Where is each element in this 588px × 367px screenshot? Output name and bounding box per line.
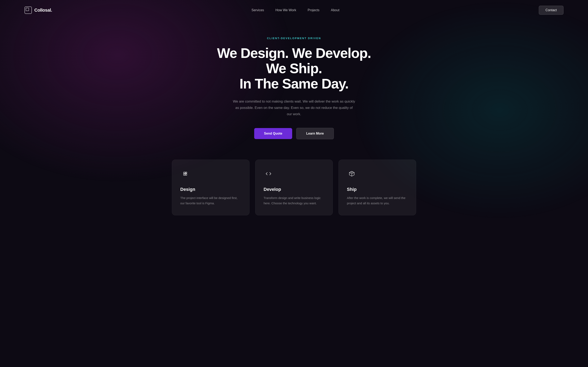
svg-rect-0 bbox=[183, 172, 185, 174]
develop-card-description: Transform design and write business logi… bbox=[264, 195, 324, 206]
design-card-description: The project interface will be designed f… bbox=[180, 195, 241, 206]
figma-icon bbox=[180, 169, 190, 179]
contact-button[interactable]: Contact bbox=[539, 6, 563, 15]
ship-card-title: Ship bbox=[347, 187, 408, 192]
card-ship: Ship After the work is complete, we will… bbox=[338, 160, 416, 215]
ship-card-description: After the work is complete, we will send… bbox=[347, 195, 408, 206]
learn-more-button[interactable]: Learn More bbox=[296, 128, 334, 139]
box-icon bbox=[347, 169, 357, 179]
card-develop: Develop Transform design and write busin… bbox=[255, 160, 333, 215]
nav-about[interactable]: About bbox=[331, 8, 339, 12]
hero-eyebrow: CLIENT-DEVELOPMENT DRIVEN bbox=[210, 37, 378, 40]
nav-services[interactable]: Services bbox=[251, 8, 264, 12]
card-design: Design The project interface will be des… bbox=[172, 160, 250, 215]
nav-how-we-work[interactable]: How We Work bbox=[276, 8, 296, 12]
code-icon bbox=[264, 169, 273, 179]
nav-projects[interactable]: Projects bbox=[308, 8, 320, 12]
nav-links: Services How We Work Projects About bbox=[251, 8, 339, 12]
svg-point-4 bbox=[185, 172, 187, 174]
cards-section: Design The project interface will be des… bbox=[0, 160, 588, 227]
logo-text: Collosal. bbox=[34, 8, 52, 13]
svg-rect-2 bbox=[183, 174, 185, 175]
hero-title: We Design. We Develop. We Ship. In The S… bbox=[210, 45, 378, 91]
logo-icon bbox=[25, 7, 32, 14]
hero-section: CLIENT-DEVELOPMENT DRIVEN We Design. We … bbox=[202, 20, 386, 160]
hero-title-line2: In The Same Day. bbox=[240, 76, 348, 91]
logo[interactable]: Collosal. bbox=[25, 7, 52, 14]
send-quote-button[interactable]: Send Quote bbox=[254, 128, 292, 139]
hero-title-line1: We Design. We Develop. We Ship. bbox=[217, 45, 371, 76]
hero-subtitle: We are committed to not making clients w… bbox=[233, 99, 355, 117]
navbar: Collosal. Services How We Work Projects … bbox=[0, 0, 588, 20]
svg-rect-3 bbox=[185, 174, 187, 175]
develop-card-title: Develop bbox=[264, 187, 324, 192]
design-card-title: Design bbox=[180, 187, 241, 192]
hero-buttons: Send Quote Learn More bbox=[210, 128, 378, 139]
